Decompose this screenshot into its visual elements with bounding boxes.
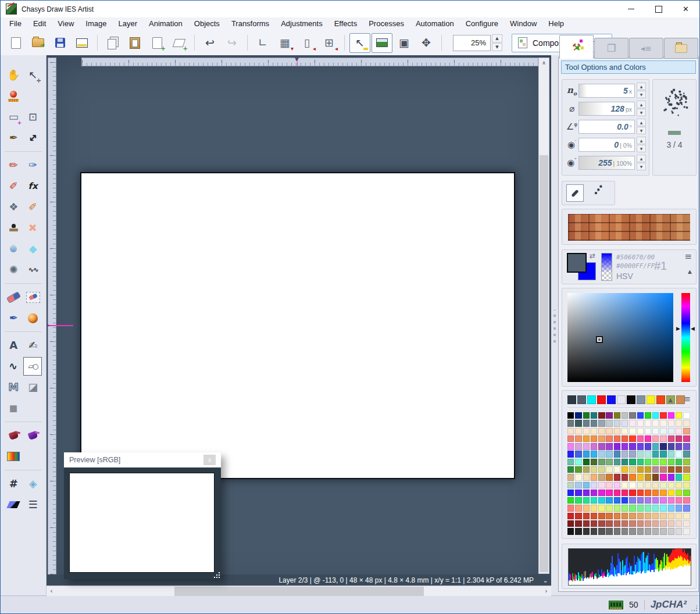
palette-swatch[interactable] [598,420,605,426]
palette-swatch[interactable] [614,435,620,442]
open-file-button[interactable] [27,33,48,53]
palette-swatch[interactable] [652,474,659,480]
menu-effects[interactable]: Effects [328,18,363,30]
horizontal-scroll-thumb[interactable] [174,587,424,596]
count-input[interactable]: 5x [578,84,635,98]
new-window-button[interactable] [72,33,92,53]
pattern-fill-tool[interactable] [24,427,42,444]
palette-swatch[interactable] [637,497,644,504]
palette-swatch[interactable] [660,474,666,480]
palette-swatch[interactable] [668,435,674,442]
palette-swatch[interactable] [614,420,620,426]
alpha-low-input[interactable]: 0| 0% [578,138,635,152]
palette-swatch[interactable] [622,420,628,426]
palette-swatch[interactable] [591,490,597,496]
palette-swatch[interactable] [606,520,612,527]
fx-brush-tool[interactable]: fx [24,177,42,195]
warp-tool[interactable]: ◈ [24,475,42,492]
jewel-tool[interactable]: ◆ [24,240,42,258]
pencil-tool[interactable]: ✏ [5,156,22,174]
palette-swatch[interactable] [660,513,666,519]
palette-swatch[interactable] [575,412,581,419]
palette-swatch[interactable] [614,482,620,488]
palette-swatch[interactable] [652,520,659,527]
palette-swatch[interactable] [652,505,659,511]
palette-swatch[interactable] [567,443,574,449]
palette-swatch[interactable] [637,443,644,449]
gradient-tool[interactable] [5,448,22,465]
texture-preview[interactable] [568,214,690,241]
palette-swatch[interactable] [668,474,674,480]
mesh-tool[interactable]: # [5,475,22,492]
palette-swatch[interactable] [629,505,635,511]
menu-configure[interactable]: Configure [460,18,504,30]
palette-swatch[interactable] [575,513,581,519]
palette-swatch[interactable] [645,497,651,504]
palette-swatch[interactable] [567,420,574,426]
recent-swatch[interactable] [617,395,626,404]
palette-swatch[interactable] [629,459,635,465]
zoom-input[interactable]: 25% [453,35,491,51]
palette-swatch[interactable] [583,482,590,488]
palette-swatch[interactable] [622,451,628,457]
palette-swatch[interactable] [660,466,666,473]
palette-swatch[interactable] [645,459,651,465]
palette-swatch[interactable] [676,497,682,504]
status-chevron-icon[interactable]: ⌄ [540,577,551,584]
palette-swatch[interactable] [660,443,666,449]
palette-swatch[interactable] [676,520,682,527]
palette-swatch[interactable] [652,443,659,449]
paintbrush-tool[interactable]: ✐ [5,177,22,195]
palette-swatch[interactable] [676,482,682,488]
palette-swatch[interactable] [598,497,605,504]
horizontal-ruler[interactable]: ▼ [81,58,538,66]
palette-swatch[interactable] [652,435,659,442]
alpha-high-input[interactable]: 255| 100% [578,156,635,170]
recent-swatch[interactable] [567,395,576,404]
palette-swatch[interactable] [629,451,635,457]
palette-swatch[interactable] [614,528,620,534]
palette-swatch[interactable] [645,443,651,449]
palette-swatch[interactable] [622,528,628,534]
palette-swatch[interactable] [668,520,674,527]
palette-swatch[interactable] [591,497,597,504]
palette-swatch[interactable] [637,528,644,534]
palette-swatch[interactable] [629,466,635,473]
palette-swatch[interactable] [591,513,597,519]
palette-swatch[interactable] [567,482,574,488]
maximize-button[interactable] [645,1,672,17]
palette-swatch[interactable] [575,435,581,442]
palette-swatch[interactable] [606,451,612,457]
recent-swatch[interactable] [577,395,586,404]
sv-selector[interactable] [596,336,603,343]
palette-swatch[interactable] [583,528,590,534]
palette-swatch[interactable] [683,420,690,426]
palette-swatch[interactable] [668,505,674,511]
palette-swatch[interactable] [629,497,635,504]
palette-swatch[interactable] [637,490,644,496]
palette-swatch[interactable] [660,459,666,465]
palette-swatch[interactable] [668,466,674,473]
palette-swatch[interactable] [598,520,605,527]
palette-swatch[interactable] [591,528,597,534]
palette-swatch[interactable] [683,474,690,480]
palette-swatch[interactable] [598,505,605,511]
palette-swatch[interactable] [637,435,644,442]
palette-swatch[interactable] [606,428,612,434]
menu-edit[interactable]: Edit [27,18,52,30]
palette-swatch[interactable] [606,490,612,496]
knife-tool[interactable]: ✒ [5,129,22,147]
palette-swatch[interactable] [622,520,628,527]
palette-swatch[interactable] [583,513,590,519]
palette-swatch[interactable] [606,474,612,480]
preview-toggle-button[interactable] [372,33,392,53]
palette-swatch[interactable] [622,497,628,504]
palette-swatch[interactable] [645,412,651,419]
palette-swatch[interactable] [629,513,635,519]
alpha-high-down-button[interactable]: ▼ [637,163,646,170]
color-collapse-icon[interactable]: ▲ [688,269,692,274]
palette-swatch[interactable] [668,451,674,457]
palette-swatch[interactable] [591,420,597,426]
palette-swatch[interactable] [676,474,682,480]
palette-swatch[interactable] [668,420,674,426]
